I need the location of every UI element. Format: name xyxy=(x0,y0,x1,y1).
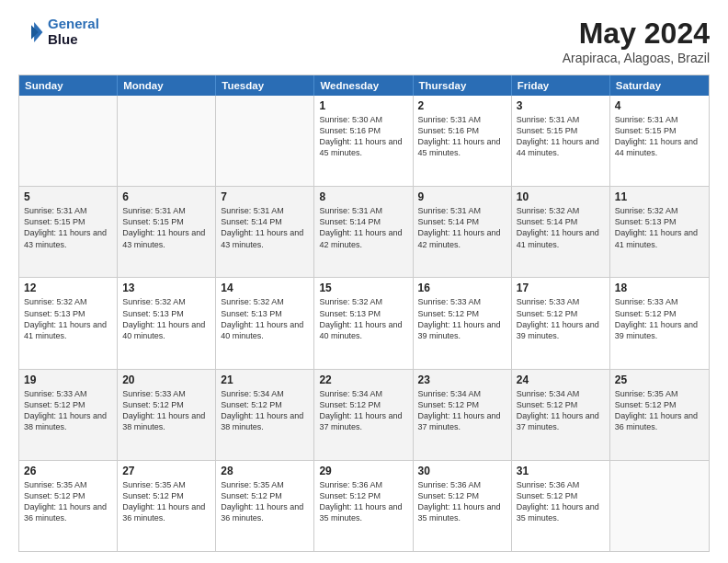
day-info: Sunrise: 5:31 AM Sunset: 5:15 PM Dayligh… xyxy=(517,114,605,159)
day-number: 27 xyxy=(122,465,210,477)
calendar-day-cell: 4Sunrise: 5:31 AM Sunset: 5:15 PM Daylig… xyxy=(610,96,709,186)
day-number: 13 xyxy=(122,282,210,294)
calendar-day-cell: 18Sunrise: 5:33 AM Sunset: 5:12 PM Dayli… xyxy=(610,278,709,368)
day-info: Sunrise: 5:33 AM Sunset: 5:12 PM Dayligh… xyxy=(122,388,210,433)
logo-icon xyxy=(18,19,44,45)
day-number: 11 xyxy=(615,190,704,203)
calendar-week-row: 5Sunrise: 5:31 AM Sunset: 5:15 PM Daylig… xyxy=(19,186,709,277)
day-info: Sunrise: 5:33 AM Sunset: 5:12 PM Dayligh… xyxy=(615,296,704,341)
calendar-day-cell: 25Sunrise: 5:35 AM Sunset: 5:12 PM Dayli… xyxy=(610,370,709,460)
day-number: 14 xyxy=(221,282,309,294)
day-info: Sunrise: 5:32 AM Sunset: 5:13 PM Dayligh… xyxy=(221,296,309,341)
day-number: 18 xyxy=(615,282,704,294)
calendar-body: 1Sunrise: 5:30 AM Sunset: 5:16 PM Daylig… xyxy=(19,96,709,551)
day-info: Sunrise: 5:35 AM Sunset: 5:12 PM Dayligh… xyxy=(24,479,112,524)
calendar-day-cell: 14Sunrise: 5:32 AM Sunset: 5:13 PM Dayli… xyxy=(216,278,314,368)
day-info: Sunrise: 5:31 AM Sunset: 5:16 PM Dayligh… xyxy=(418,114,506,159)
calendar-day-cell: 10Sunrise: 5:32 AM Sunset: 5:14 PM Dayli… xyxy=(512,187,610,277)
calendar-day-cell: 27Sunrise: 5:35 AM Sunset: 5:12 PM Dayli… xyxy=(118,461,216,551)
day-number: 10 xyxy=(517,190,605,203)
day-info: Sunrise: 5:34 AM Sunset: 5:12 PM Dayligh… xyxy=(319,388,407,433)
weekday-header: Monday xyxy=(118,75,216,96)
location: Arapiraca, Alagoas, Brazil xyxy=(563,51,710,65)
day-info: Sunrise: 5:31 AM Sunset: 5:15 PM Dayligh… xyxy=(24,205,112,250)
day-number: 15 xyxy=(319,282,407,294)
calendar-day-cell: 13Sunrise: 5:32 AM Sunset: 5:13 PM Dayli… xyxy=(118,278,216,368)
month-title: May 2024 xyxy=(563,17,710,51)
day-number: 8 xyxy=(319,190,407,203)
day-info: Sunrise: 5:31 AM Sunset: 5:15 PM Dayligh… xyxy=(615,114,704,159)
day-info: Sunrise: 5:30 AM Sunset: 5:16 PM Dayligh… xyxy=(319,114,407,159)
calendar-day-cell: 31Sunrise: 5:36 AM Sunset: 5:12 PM Dayli… xyxy=(512,461,610,551)
title-block: May 2024 Arapiraca, Alagoas, Brazil xyxy=(563,17,710,65)
calendar: SundayMondayTuesdayWednesdayThursdayFrid… xyxy=(18,75,710,552)
day-number: 6 xyxy=(122,190,210,203)
calendar-empty-cell xyxy=(118,96,216,186)
day-info: Sunrise: 5:31 AM Sunset: 5:15 PM Dayligh… xyxy=(122,205,210,250)
calendar-day-cell: 22Sunrise: 5:34 AM Sunset: 5:12 PM Dayli… xyxy=(314,370,413,460)
calendar-day-cell: 29Sunrise: 5:36 AM Sunset: 5:12 PM Dayli… xyxy=(314,461,413,551)
logo-text: General Blue xyxy=(48,17,99,47)
day-number: 26 xyxy=(24,465,112,477)
calendar-week-row: 12Sunrise: 5:32 AM Sunset: 5:13 PM Dayli… xyxy=(19,277,709,368)
day-number: 22 xyxy=(319,373,407,386)
weekday-header: Wednesday xyxy=(314,75,413,96)
calendar-day-cell: 11Sunrise: 5:32 AM Sunset: 5:13 PM Dayli… xyxy=(610,187,709,277)
day-info: Sunrise: 5:31 AM Sunset: 5:14 PM Dayligh… xyxy=(319,205,407,250)
day-number: 7 xyxy=(221,190,309,203)
calendar-day-cell: 19Sunrise: 5:33 AM Sunset: 5:12 PM Dayli… xyxy=(19,370,118,460)
day-number: 4 xyxy=(615,99,704,112)
calendar-day-cell: 28Sunrise: 5:35 AM Sunset: 5:12 PM Dayli… xyxy=(216,461,314,551)
calendar-day-cell: 2Sunrise: 5:31 AM Sunset: 5:16 PM Daylig… xyxy=(414,96,512,186)
day-info: Sunrise: 5:36 AM Sunset: 5:12 PM Dayligh… xyxy=(517,479,605,524)
day-number: 30 xyxy=(418,465,506,477)
day-number: 20 xyxy=(122,373,210,386)
day-info: Sunrise: 5:36 AM Sunset: 5:12 PM Dayligh… xyxy=(319,479,407,524)
calendar-day-cell: 5Sunrise: 5:31 AM Sunset: 5:15 PM Daylig… xyxy=(19,187,118,277)
day-info: Sunrise: 5:31 AM Sunset: 5:14 PM Dayligh… xyxy=(418,205,506,250)
day-number: 5 xyxy=(24,190,112,203)
header: General Blue May 2024 Arapiraca, Alagoas… xyxy=(18,17,710,65)
weekday-header: Saturday xyxy=(610,75,709,96)
calendar-day-cell: 12Sunrise: 5:32 AM Sunset: 5:13 PM Dayli… xyxy=(19,278,118,368)
day-info: Sunrise: 5:36 AM Sunset: 5:12 PM Dayligh… xyxy=(418,479,506,524)
day-number: 12 xyxy=(24,282,112,294)
weekday-header: Friday xyxy=(512,75,610,96)
calendar-day-cell: 17Sunrise: 5:33 AM Sunset: 5:12 PM Dayli… xyxy=(512,278,610,368)
day-info: Sunrise: 5:33 AM Sunset: 5:12 PM Dayligh… xyxy=(418,296,506,341)
day-number: 31 xyxy=(517,465,605,477)
weekday-header: Tuesday xyxy=(216,75,314,96)
day-number: 24 xyxy=(517,373,605,386)
calendar-empty-cell xyxy=(610,461,709,551)
calendar-empty-cell xyxy=(216,96,314,186)
day-number: 9 xyxy=(418,190,506,203)
logo: General Blue xyxy=(18,17,99,47)
calendar-header: SundayMondayTuesdayWednesdayThursdayFrid… xyxy=(19,75,709,96)
day-number: 25 xyxy=(615,373,704,386)
calendar-day-cell: 7Sunrise: 5:31 AM Sunset: 5:14 PM Daylig… xyxy=(216,187,314,277)
calendar-day-cell: 8Sunrise: 5:31 AM Sunset: 5:14 PM Daylig… xyxy=(314,187,413,277)
day-number: 29 xyxy=(319,465,407,477)
day-info: Sunrise: 5:35 AM Sunset: 5:12 PM Dayligh… xyxy=(615,388,704,433)
day-number: 17 xyxy=(517,282,605,294)
day-info: Sunrise: 5:32 AM Sunset: 5:13 PM Dayligh… xyxy=(24,296,112,341)
calendar-day-cell: 23Sunrise: 5:34 AM Sunset: 5:12 PM Dayli… xyxy=(414,370,512,460)
day-info: Sunrise: 5:31 AM Sunset: 5:14 PM Dayligh… xyxy=(221,205,309,250)
weekday-header: Sunday xyxy=(19,75,118,96)
day-number: 1 xyxy=(319,99,407,112)
calendar-week-row: 1Sunrise: 5:30 AM Sunset: 5:16 PM Daylig… xyxy=(19,96,709,186)
calendar-day-cell: 3Sunrise: 5:31 AM Sunset: 5:15 PM Daylig… xyxy=(512,96,610,186)
day-info: Sunrise: 5:33 AM Sunset: 5:12 PM Dayligh… xyxy=(517,296,605,341)
day-number: 2 xyxy=(418,99,506,112)
page: General Blue May 2024 Arapiraca, Alagoas… xyxy=(0,0,728,563)
calendar-day-cell: 24Sunrise: 5:34 AM Sunset: 5:12 PM Dayli… xyxy=(512,370,610,460)
calendar-day-cell: 16Sunrise: 5:33 AM Sunset: 5:12 PM Dayli… xyxy=(414,278,512,368)
calendar-day-cell: 20Sunrise: 5:33 AM Sunset: 5:12 PM Dayli… xyxy=(118,370,216,460)
day-number: 21 xyxy=(221,373,309,386)
calendar-empty-cell xyxy=(19,96,118,186)
calendar-day-cell: 6Sunrise: 5:31 AM Sunset: 5:15 PM Daylig… xyxy=(118,187,216,277)
day-info: Sunrise: 5:32 AM Sunset: 5:13 PM Dayligh… xyxy=(122,296,210,341)
calendar-day-cell: 30Sunrise: 5:36 AM Sunset: 5:12 PM Dayli… xyxy=(414,461,512,551)
day-info: Sunrise: 5:35 AM Sunset: 5:12 PM Dayligh… xyxy=(122,479,210,524)
day-number: 28 xyxy=(221,465,309,477)
